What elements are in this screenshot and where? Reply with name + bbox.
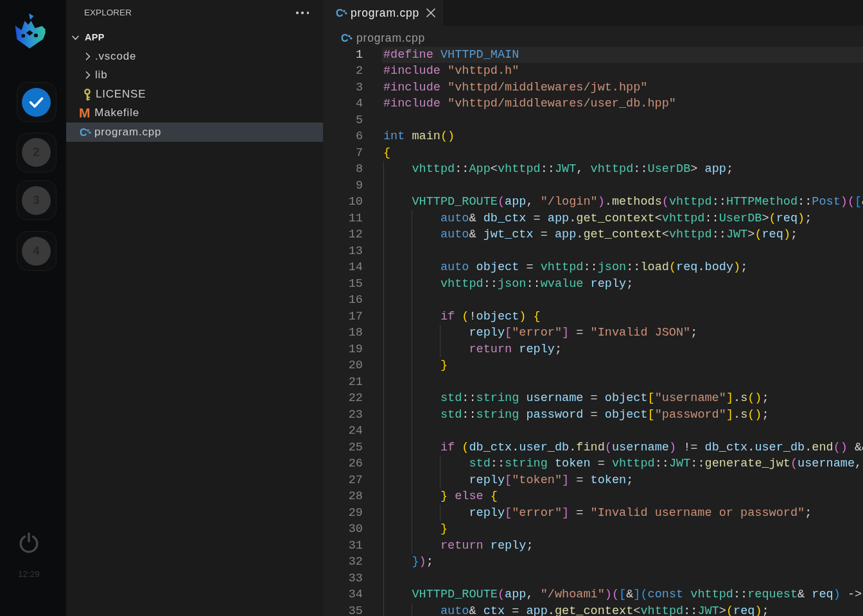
svg-text:C: C <box>80 127 87 138</box>
svg-text:C: C <box>341 33 349 44</box>
svg-text:C: C <box>336 8 344 19</box>
